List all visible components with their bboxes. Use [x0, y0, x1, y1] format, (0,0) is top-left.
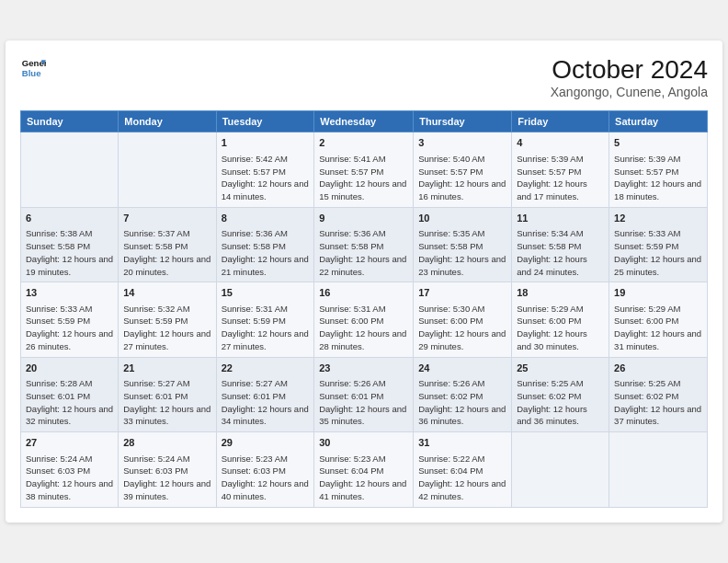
day-number: 2 [319, 136, 408, 150]
day-info: Sunrise: 5:29 AM Sunset: 6:00 PM Dayligh… [517, 303, 604, 353]
day-number: 25 [517, 362, 604, 375]
day-info: Sunrise: 5:24 AM Sunset: 6:03 PM Dayligh… [123, 453, 210, 503]
weekday-friday: Friday [512, 111, 609, 132]
title-area: October 2024 Xangongo, Cunene, Angola [551, 55, 708, 99]
day-cell: 12Sunrise: 5:33 AM Sunset: 5:59 PM Dayli… [609, 207, 708, 282]
day-cell [512, 432, 609, 507]
day-info: Sunrise: 5:34 AM Sunset: 5:58 PM Dayligh… [517, 227, 604, 278]
day-cell: 14Sunrise: 5:32 AM Sunset: 5:59 PM Dayli… [119, 282, 216, 357]
weekday-monday: Monday [119, 111, 216, 132]
location: Xangongo, Cunene, Angola [551, 85, 708, 99]
day-info: Sunrise: 5:29 AM Sunset: 6:00 PM Dayligh… [614, 303, 702, 353]
day-number: 8 [222, 212, 310, 225]
day-cell: 9Sunrise: 5:36 AM Sunset: 5:58 PM Daylig… [314, 207, 414, 282]
day-number: 4 [517, 136, 604, 150]
day-info: Sunrise: 5:28 AM Sunset: 6:01 PM Dayligh… [26, 377, 113, 428]
day-cell: 25Sunrise: 5:25 AM Sunset: 6:02 PM Dayli… [512, 357, 609, 431]
day-number: 29 [222, 436, 310, 450]
day-number: 12 [614, 212, 702, 225]
day-info: Sunrise: 5:42 AM Sunset: 5:57 PM Dayligh… [222, 153, 310, 203]
day-number: 15 [222, 286, 310, 300]
day-number: 3 [418, 136, 506, 150]
day-cell [21, 132, 119, 207]
day-cell: 15Sunrise: 5:31 AM Sunset: 5:59 PM Dayli… [216, 282, 314, 357]
weekday-wednesday: Wednesday [314, 111, 414, 132]
day-cell: 21Sunrise: 5:27 AM Sunset: 6:01 PM Dayli… [119, 357, 216, 431]
day-info: Sunrise: 5:27 AM Sunset: 6:01 PM Dayligh… [222, 377, 310, 428]
day-number: 17 [418, 286, 506, 300]
day-cell: 23Sunrise: 5:26 AM Sunset: 6:01 PM Dayli… [314, 357, 414, 431]
day-cell: 17Sunrise: 5:30 AM Sunset: 6:00 PM Dayli… [414, 282, 512, 357]
day-info: Sunrise: 5:26 AM Sunset: 6:01 PM Dayligh… [319, 377, 408, 428]
day-info: Sunrise: 5:31 AM Sunset: 5:59 PM Dayligh… [222, 303, 310, 353]
day-cell: 24Sunrise: 5:26 AM Sunset: 6:02 PM Dayli… [414, 357, 512, 431]
day-number: 5 [614, 136, 702, 150]
day-number: 11 [517, 212, 604, 225]
day-number: 23 [319, 362, 408, 375]
day-cell: 31Sunrise: 5:22 AM Sunset: 6:04 PM Dayli… [414, 432, 512, 507]
day-info: Sunrise: 5:25 AM Sunset: 6:02 PM Dayligh… [517, 377, 604, 428]
week-row-3: 13Sunrise: 5:33 AM Sunset: 5:59 PM Dayli… [21, 282, 708, 357]
day-cell: 19Sunrise: 5:29 AM Sunset: 6:00 PM Dayli… [609, 282, 708, 357]
month-title: October 2024 [551, 55, 708, 85]
day-info: Sunrise: 5:30 AM Sunset: 6:00 PM Dayligh… [418, 303, 506, 353]
day-cell: 20Sunrise: 5:28 AM Sunset: 6:01 PM Dayli… [21, 357, 119, 431]
day-info: Sunrise: 5:32 AM Sunset: 5:59 PM Dayligh… [123, 303, 210, 353]
day-number: 7 [123, 212, 210, 225]
day-info: Sunrise: 5:33 AM Sunset: 5:59 PM Dayligh… [614, 227, 702, 278]
calendar-container: General Blue October 2024 Xangongo, Cune… [6, 40, 722, 522]
day-cell [119, 132, 216, 207]
day-cell: 30Sunrise: 5:23 AM Sunset: 6:04 PM Dayli… [314, 432, 414, 507]
day-info: Sunrise: 5:23 AM Sunset: 6:03 PM Dayligh… [222, 453, 310, 503]
day-number: 30 [319, 436, 408, 450]
day-cell: 13Sunrise: 5:33 AM Sunset: 5:59 PM Dayli… [21, 282, 119, 357]
day-info: Sunrise: 5:39 AM Sunset: 5:57 PM Dayligh… [517, 153, 604, 203]
day-number: 31 [418, 436, 506, 450]
day-cell: 29Sunrise: 5:23 AM Sunset: 6:03 PM Dayli… [216, 432, 314, 507]
weekday-thursday: Thursday [414, 111, 512, 132]
day-cell [609, 432, 708, 507]
day-info: Sunrise: 5:36 AM Sunset: 5:58 PM Dayligh… [222, 227, 310, 278]
day-number: 26 [614, 362, 702, 375]
day-number: 19 [614, 286, 702, 300]
weekday-sunday: Sunday [21, 111, 119, 132]
day-info: Sunrise: 5:23 AM Sunset: 6:04 PM Dayligh… [319, 453, 408, 503]
day-cell: 8Sunrise: 5:36 AM Sunset: 5:58 PM Daylig… [216, 207, 314, 282]
day-info: Sunrise: 5:27 AM Sunset: 6:01 PM Dayligh… [123, 377, 210, 428]
day-info: Sunrise: 5:41 AM Sunset: 5:57 PM Dayligh… [319, 153, 408, 203]
day-cell: 2Sunrise: 5:41 AM Sunset: 5:57 PM Daylig… [314, 132, 414, 207]
day-cell: 7Sunrise: 5:37 AM Sunset: 5:58 PM Daylig… [119, 207, 216, 282]
day-number: 6 [26, 212, 113, 225]
svg-text:General: General [22, 59, 46, 69]
header: General Blue October 2024 Xangongo, Cune… [20, 55, 708, 99]
day-info: Sunrise: 5:33 AM Sunset: 5:59 PM Dayligh… [26, 303, 113, 353]
day-number: 20 [26, 362, 113, 375]
day-cell: 3Sunrise: 5:40 AM Sunset: 5:57 PM Daylig… [414, 132, 512, 207]
day-info: Sunrise: 5:31 AM Sunset: 6:00 PM Dayligh… [319, 303, 408, 353]
day-info: Sunrise: 5:38 AM Sunset: 5:58 PM Dayligh… [26, 227, 113, 278]
weekday-saturday: Saturday [609, 111, 708, 132]
day-number: 28 [123, 436, 210, 450]
day-number: 1 [222, 136, 310, 150]
week-row-5: 27Sunrise: 5:24 AM Sunset: 6:03 PM Dayli… [21, 432, 708, 507]
logo: General Blue [20, 55, 46, 81]
day-info: Sunrise: 5:25 AM Sunset: 6:02 PM Dayligh… [614, 377, 702, 428]
day-info: Sunrise: 5:24 AM Sunset: 6:03 PM Dayligh… [26, 453, 113, 503]
day-cell: 16Sunrise: 5:31 AM Sunset: 6:00 PM Dayli… [314, 282, 414, 357]
week-row-2: 6Sunrise: 5:38 AM Sunset: 5:58 PM Daylig… [21, 207, 708, 282]
week-row-1: 1Sunrise: 5:42 AM Sunset: 5:57 PM Daylig… [21, 132, 708, 207]
day-number: 13 [26, 286, 113, 300]
day-cell: 5Sunrise: 5:39 AM Sunset: 5:57 PM Daylig… [609, 132, 708, 207]
day-number: 16 [319, 286, 408, 300]
day-info: Sunrise: 5:40 AM Sunset: 5:57 PM Dayligh… [418, 153, 506, 203]
day-number: 9 [319, 212, 408, 225]
day-info: Sunrise: 5:35 AM Sunset: 5:58 PM Dayligh… [418, 227, 506, 278]
weekday-tuesday: Tuesday [216, 111, 314, 132]
calendar-table: SundayMondayTuesdayWednesdayThursdayFrid… [20, 110, 708, 507]
day-cell: 27Sunrise: 5:24 AM Sunset: 6:03 PM Dayli… [21, 432, 119, 507]
day-number: 27 [26, 436, 113, 450]
day-info: Sunrise: 5:36 AM Sunset: 5:58 PM Dayligh… [319, 227, 408, 278]
day-number: 10 [418, 212, 506, 225]
weekday-header-row: SundayMondayTuesdayWednesdayThursdayFrid… [21, 111, 708, 132]
logo-icon: General Blue [20, 55, 46, 81]
